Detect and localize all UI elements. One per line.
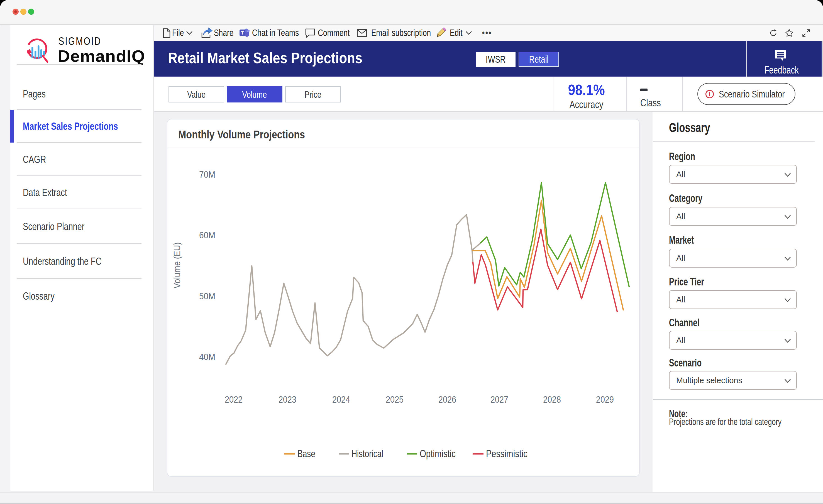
svg-text:2025: 2025	[386, 394, 403, 404]
svg-text:2029: 2029	[596, 394, 614, 404]
svg-text:Pessimistic: Pessimistic	[486, 448, 527, 460]
svg-text:Optimistic: Optimistic	[420, 448, 456, 460]
svg-text:2028: 2028	[543, 394, 561, 404]
svg-text:2024: 2024	[332, 394, 350, 404]
svg-text:2026: 2026	[438, 394, 456, 404]
svg-text:T: T	[241, 31, 244, 35]
svg-text:2023: 2023	[279, 394, 296, 404]
svg-text:Base: Base	[298, 448, 315, 460]
svg-text:60M: 60M	[199, 230, 215, 240]
svg-text:Historical: Historical	[351, 448, 383, 460]
svg-text:70M: 70M	[199, 169, 215, 180]
svg-text:2027: 2027	[490, 394, 508, 404]
svg-text:50M: 50M	[199, 291, 215, 301]
svg-text:40M: 40M	[199, 351, 215, 362]
svg-text:2022: 2022	[225, 394, 242, 404]
svg-text:Volume (EU): Volume (EU)	[172, 242, 182, 289]
